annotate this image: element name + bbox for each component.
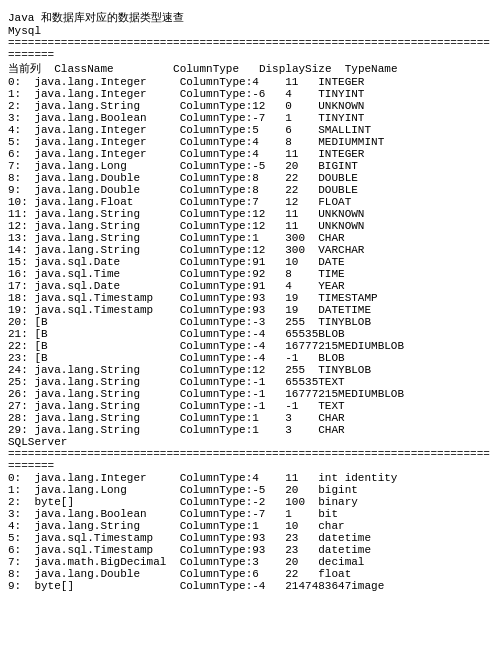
sqlserver-row: 8: java.lang.Double ColumnType:6 22 floa… xyxy=(8,568,494,580)
mysql-row: 27: java.lang.String ColumnType:-1 -1 TE… xyxy=(8,400,494,412)
sqlserver-row: 1: java.lang.Long ColumnType:-5 20 bigin… xyxy=(8,484,494,496)
mysql-row: 23: [B ColumnType:-4 -1 BLOB xyxy=(8,352,494,364)
mysql-row: 19: java.sql.Timestamp ColumnType:93 19 … xyxy=(8,304,494,316)
mysql-row: 9: java.lang.Double ColumnType:8 22 DOUB… xyxy=(8,184,494,196)
mysql-row: 18: java.sql.Timestamp ColumnType:93 19 … xyxy=(8,292,494,304)
mysql-row: 15: java.sql.Date ColumnType:91 10 DATE xyxy=(8,256,494,268)
mysql-row: 10: java.lang.Float ColumnType:7 12 FLOA… xyxy=(8,196,494,208)
table-header: 当前列 ClassName ColumnType DisplaySize Typ… xyxy=(8,63,398,75)
mysql-label: Mysql xyxy=(8,25,41,37)
sqlserver-label: SQLServer xyxy=(8,436,67,448)
mysql-row: 25: java.lang.String ColumnType:-1 65535… xyxy=(8,376,494,388)
title: Java 和数据库对应的数据类型速查 xyxy=(8,12,184,24)
mysql-row: 20: [B ColumnType:-3 255 TINYBLOB xyxy=(8,316,494,328)
sqlserver-row: 5: java.sql.Timestamp ColumnType:93 23 d… xyxy=(8,532,494,544)
content-area: Java 和数据库对应的数据类型速查 Mysql ===============… xyxy=(8,10,494,76)
mysql-row: 8: java.lang.Double ColumnType:8 22 DOUB… xyxy=(8,172,494,184)
sqlserver-row: 4: java.lang.String ColumnType:1 10 char xyxy=(8,520,494,532)
mysql-row: 0: java.lang.Integer ColumnType:4 11 INT… xyxy=(8,76,494,88)
mysql-row: 3: java.lang.Boolean ColumnType:-7 1 TIN… xyxy=(8,112,494,124)
mysql-row: 5: java.lang.Integer ColumnType:4 8 MEDI… xyxy=(8,136,494,148)
sqlserver-row: 2: byte[] ColumnType:-2 100 binary xyxy=(8,496,494,508)
mysql-row: 12: java.lang.String ColumnType:12 11 UN… xyxy=(8,220,494,232)
mysql-table: 0: java.lang.Integer ColumnType:4 11 INT… xyxy=(8,76,494,436)
sqlserver-row: 3: java.lang.Boolean ColumnType:-7 1 bit xyxy=(8,508,494,520)
separator-sqlserver: ========================================… xyxy=(8,448,490,472)
sqlserver-table: 0: java.lang.Integer ColumnType:4 11 int… xyxy=(8,472,494,592)
mysql-row: 2: java.lang.String ColumnType:12 0 UNKN… xyxy=(8,100,494,112)
mysql-row: 28: java.lang.String ColumnType:1 3 CHAR xyxy=(8,412,494,424)
mysql-row: 17: java.sql.Date ColumnType:91 4 YEAR xyxy=(8,280,494,292)
mysql-row: 13: java.lang.String ColumnType:1 300 CH… xyxy=(8,232,494,244)
sqlserver-section: SQLServer ==============================… xyxy=(8,436,494,472)
mysql-row: 21: [B ColumnType:-4 65535BLOB xyxy=(8,328,494,340)
mysql-row: 11: java.lang.String ColumnType:12 11 UN… xyxy=(8,208,494,220)
mysql-row: 26: java.lang.String ColumnType:-1 16777… xyxy=(8,388,494,400)
sqlserver-row: 6: java.sql.Timestamp ColumnType:93 23 d… xyxy=(8,544,494,556)
mysql-row: 6: java.lang.Integer ColumnType:4 11 INT… xyxy=(8,148,494,160)
mysql-row: 29: java.lang.String ColumnType:1 3 CHAR xyxy=(8,424,494,436)
sqlserver-row: 0: java.lang.Integer ColumnType:4 11 int… xyxy=(8,472,494,484)
sqlserver-row: 7: java.math.BigDecimal ColumnType:3 20 … xyxy=(8,556,494,568)
mysql-row: 7: java.lang.Long ColumnType:-5 20 BIGIN… xyxy=(8,160,494,172)
mysql-row: 24: java.lang.String ColumnType:12 255 T… xyxy=(8,364,494,376)
mysql-row: 22: [B ColumnType:-4 16777215MEDIUMBLOB xyxy=(8,340,494,352)
mysql-row: 16: java.sql.Time ColumnType:92 8 TIME xyxy=(8,268,494,280)
mysql-row: 1: java.lang.Integer ColumnType:-6 4 TIN… xyxy=(8,88,494,100)
separator-top: ========================================… xyxy=(8,37,490,61)
mysql-row: 4: java.lang.Integer ColumnType:5 6 SMAL… xyxy=(8,124,494,136)
mysql-row: 14: java.lang.String ColumnType:12 300 V… xyxy=(8,244,494,256)
sqlserver-row: 9: byte[] ColumnType:-4 2147483647image xyxy=(8,580,494,592)
